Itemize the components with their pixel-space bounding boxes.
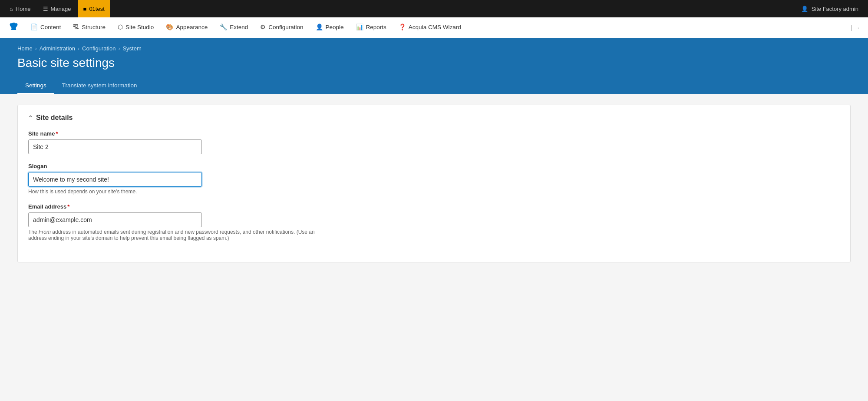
nav-label-people: People	[326, 24, 344, 30]
reports-icon: 📊	[356, 23, 363, 30]
people-icon: 👤	[316, 23, 323, 30]
email-hint: The From address in automated emails sen…	[28, 229, 332, 241]
email-input[interactable]	[28, 212, 202, 227]
nav-label-configuration: Configuration	[268, 24, 303, 30]
content-icon: 📄	[30, 23, 38, 30]
email-hint-em: From	[39, 229, 51, 235]
configuration-icon: ⚙	[260, 23, 266, 30]
nav-label-appearance: Appearance	[176, 24, 208, 30]
nav-label-content: Content	[40, 24, 61, 30]
user-menu[interactable]: 👤 Site Factory admin	[796, 6, 864, 12]
nav-item-people[interactable]: 👤 People	[310, 17, 350, 38]
nav-item-extend[interactable]: 🔧 Extend	[214, 17, 254, 38]
manage-button[interactable]: ☰ Manage	[38, 0, 76, 17]
nav-label-extend: Extend	[230, 24, 248, 30]
slogan-label: Slogan	[28, 163, 840, 169]
home-icon: ⌂	[10, 6, 13, 12]
section-title: Site details	[36, 114, 73, 122]
page-header: Home › Administration › Configuration › …	[0, 38, 868, 94]
user-icon: 👤	[801, 6, 808, 12]
nav-end-icon: | →	[851, 24, 860, 31]
section-header[interactable]: ⌃ Site details	[28, 114, 840, 122]
email-label: Email address*	[28, 203, 840, 210]
slogan-input[interactable]	[28, 172, 202, 187]
main-content: ⌃ Site details Site name* Slogan How thi…	[0, 94, 868, 273]
nav-label-site-studio: Site Studio	[125, 24, 154, 30]
breadcrumb-configuration[interactable]: Configuration	[82, 45, 116, 52]
structure-icon: 🏗	[73, 23, 79, 30]
nav-label-reports: Reports	[366, 24, 386, 30]
nav-label-structure: Structure	[82, 24, 106, 30]
home-label: Home	[16, 6, 31, 12]
nav-end: | →	[846, 24, 865, 31]
active-site-label: 01test	[89, 6, 104, 12]
nav-item-content[interactable]: 📄 Content	[24, 17, 67, 38]
page-tabs: Settings Translate system information	[17, 78, 851, 94]
slogan-group: Slogan How this is used depends on your …	[28, 163, 840, 195]
site-studio-icon: ⬡	[118, 23, 123, 30]
breadcrumb-current: System	[122, 45, 141, 52]
drupal-logo-icon	[9, 22, 19, 32]
active-site-button[interactable]: ■ 01test	[78, 0, 110, 17]
page-title: Basic site settings	[17, 56, 851, 70]
tab-translate-system-information[interactable]: Translate system information	[54, 78, 145, 94]
breadcrumb-sep-1: ›	[35, 46, 37, 52]
site-name-group: Site name*	[28, 130, 840, 154]
nav-items: 📄 Content 🏗 Structure ⬡ Site Studio 🎨 Ap…	[24, 17, 467, 38]
site-details-card: ⌃ Site details Site name* Slogan How thi…	[17, 105, 851, 262]
top-bar: ⌂ Home ☰ Manage ■ 01test 👤 Site Factory …	[0, 0, 868, 17]
nav-item-site-studio[interactable]: ⬡ Site Studio	[112, 17, 160, 38]
nav-item-configuration[interactable]: ⚙ Configuration	[254, 17, 309, 38]
breadcrumb-home[interactable]: Home	[17, 45, 33, 52]
acquia-icon: ❓	[399, 23, 406, 30]
home-button[interactable]: ⌂ Home	[4, 0, 36, 17]
admin-nav: 📄 Content 🏗 Structure ⬡ Site Studio 🎨 Ap…	[0, 17, 868, 38]
nav-item-reports[interactable]: 📊 Reports	[350, 17, 393, 38]
breadcrumb: Home › Administration › Configuration › …	[17, 45, 851, 52]
site-name-label: Site name*	[28, 130, 840, 137]
breadcrumb-sep-2: ›	[78, 46, 79, 52]
top-bar-left: ⌂ Home ☰ Manage ■ 01test	[4, 0, 110, 17]
user-label: Site Factory admin	[812, 6, 858, 12]
breadcrumb-sep-3: ›	[118, 46, 120, 52]
required-indicator: *	[56, 130, 58, 137]
email-required-indicator: *	[67, 203, 69, 210]
nav-item-appearance[interactable]: 🎨 Appearance	[160, 17, 214, 38]
top-bar-right: 👤 Site Factory admin	[796, 6, 864, 12]
collapse-icon: ⌃	[28, 115, 33, 121]
extend-icon: 🔧	[220, 23, 227, 30]
site-logo[interactable]	[3, 22, 24, 33]
slogan-hint: How this is used depends on your site's …	[28, 189, 332, 195]
site-name-input[interactable]	[28, 139, 202, 154]
breadcrumb-administration[interactable]: Administration	[40, 45, 75, 52]
email-group: Email address* The From address in autom…	[28, 203, 840, 241]
nav-label-acquia: Acquia CMS Wizard	[409, 24, 461, 30]
nav-item-acquia-cms-wizard[interactable]: ❓ Acquia CMS Wizard	[393, 17, 467, 38]
nav-item-structure[interactable]: 🏗 Structure	[67, 17, 112, 38]
manage-label: Manage	[51, 6, 71, 12]
manage-icon: ☰	[43, 6, 48, 12]
tab-settings[interactable]: Settings	[17, 78, 54, 94]
appearance-icon: 🎨	[166, 23, 173, 30]
active-site-icon: ■	[83, 6, 87, 12]
